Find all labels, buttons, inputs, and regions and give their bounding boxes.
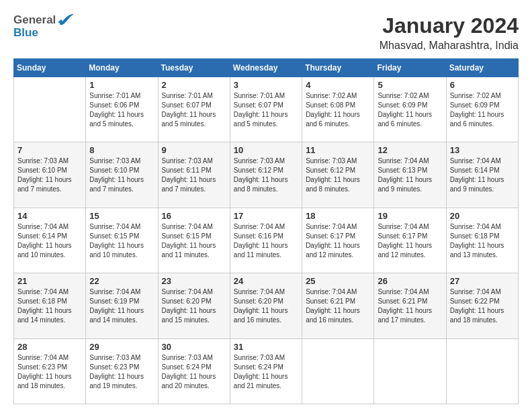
day-info-line: and 16 minutes. bbox=[234, 316, 281, 324]
day-info-line: Sunrise: 7:03 AM bbox=[234, 354, 285, 361]
day-number: 1 bbox=[89, 80, 154, 90]
day-info-line: and 19 minutes. bbox=[89, 382, 137, 390]
day-info-line: Sunset: 6:07 PM bbox=[162, 101, 212, 109]
day-number: 5 bbox=[378, 80, 442, 90]
day-info-line: Sunset: 6:14 PM bbox=[17, 232, 67, 240]
calendar-cell: 16Sunrise: 7:04 AMSunset: 6:15 PMDayligh… bbox=[158, 208, 230, 273]
day-info-line: Daylight: 11 hours bbox=[378, 111, 432, 118]
day-number: 7 bbox=[17, 145, 82, 155]
day-info-line: Sunset: 6:23 PM bbox=[17, 363, 67, 371]
day-info-line: Daylight: 11 hours bbox=[162, 242, 216, 249]
day-info: Sunrise: 7:03 AMSunset: 6:12 PMDaylight:… bbox=[306, 156, 370, 194]
day-info-line: and 6 minutes. bbox=[306, 120, 350, 128]
day-info-line: Daylight: 11 hours bbox=[450, 111, 504, 118]
calendar-cell: 21Sunrise: 7:04 AMSunset: 6:18 PMDayligh… bbox=[14, 273, 86, 338]
logo-blue-text: Blue bbox=[13, 27, 38, 38]
day-info-line: and 12 minutes. bbox=[306, 251, 353, 259]
calendar-cell: 1Sunrise: 7:01 AMSunset: 6:06 PMDaylight… bbox=[86, 77, 158, 142]
day-info-line: Sunset: 6:06 PM bbox=[89, 101, 139, 109]
day-info: Sunrise: 7:04 AMSunset: 6:20 PMDaylight:… bbox=[162, 287, 226, 325]
header-sunday: Sunday bbox=[14, 59, 86, 77]
day-info-line: Sunrise: 7:03 AM bbox=[162, 354, 213, 361]
day-info-line: and 15 minutes. bbox=[162, 316, 210, 324]
day-info-line: Sunset: 6:10 PM bbox=[17, 167, 67, 174]
day-number: 25 bbox=[306, 276, 370, 286]
day-info: Sunrise: 7:02 AMSunset: 6:09 PMDaylight:… bbox=[450, 91, 515, 129]
day-info-line: Sunrise: 7:03 AM bbox=[234, 157, 285, 165]
day-info-line: Sunrise: 7:04 AM bbox=[162, 223, 213, 230]
calendar-cell bbox=[302, 338, 374, 404]
calendar-cell: 28Sunrise: 7:04 AMSunset: 6:23 PMDayligh… bbox=[14, 338, 86, 404]
calendar-cell: 22Sunrise: 7:04 AMSunset: 6:19 PMDayligh… bbox=[86, 273, 158, 338]
day-info-line: Daylight: 11 hours bbox=[17, 242, 72, 249]
day-info-line: and 8 minutes. bbox=[306, 185, 350, 193]
day-number: 15 bbox=[89, 211, 154, 221]
day-info-line: Sunrise: 7:04 AM bbox=[450, 288, 501, 295]
day-info-line: and 13 minutes. bbox=[450, 251, 498, 259]
day-info: Sunrise: 7:04 AMSunset: 6:17 PMDaylight:… bbox=[306, 222, 370, 260]
day-info-line: Sunset: 6:21 PM bbox=[378, 298, 427, 305]
day-info: Sunrise: 7:04 AMSunset: 6:21 PMDaylight:… bbox=[306, 287, 370, 325]
day-info-line: Sunset: 6:17 PM bbox=[378, 232, 427, 240]
day-info-line: Sunrise: 7:02 AM bbox=[378, 92, 429, 99]
day-info-line: Daylight: 11 hours bbox=[306, 176, 360, 183]
weekday-header-row: Sunday Monday Tuesday Wednesday Thursday… bbox=[14, 59, 519, 77]
day-info-line: Daylight: 11 hours bbox=[17, 307, 72, 314]
day-info-line: Sunrise: 7:03 AM bbox=[162, 157, 213, 165]
day-info-line: Sunset: 6:23 PM bbox=[89, 363, 139, 371]
day-info: Sunrise: 7:02 AMSunset: 6:09 PMDaylight:… bbox=[378, 91, 442, 129]
day-info: Sunrise: 7:04 AMSunset: 6:20 PMDaylight:… bbox=[234, 287, 298, 325]
day-info: Sunrise: 7:03 AMSunset: 6:11 PMDaylight:… bbox=[162, 156, 226, 194]
day-info-line: Sunset: 6:14 PM bbox=[450, 167, 500, 174]
day-number: 4 bbox=[306, 80, 370, 90]
title-section: January 2024 Mhasvad, Maharashtra, India bbox=[380, 13, 519, 52]
calendar-cell: 13Sunrise: 7:04 AMSunset: 6:14 PMDayligh… bbox=[446, 142, 518, 208]
calendar-cell: 25Sunrise: 7:04 AMSunset: 6:21 PMDayligh… bbox=[302, 273, 374, 338]
day-info-line: Daylight: 11 hours bbox=[234, 307, 288, 314]
day-info: Sunrise: 7:04 AMSunset: 6:21 PMDaylight:… bbox=[378, 287, 442, 325]
calendar-cell: 2Sunrise: 7:01 AMSunset: 6:07 PMDaylight… bbox=[158, 77, 230, 142]
day-info-line: Sunrise: 7:04 AM bbox=[89, 288, 140, 295]
calendar-cell: 24Sunrise: 7:04 AMSunset: 6:20 PMDayligh… bbox=[230, 273, 302, 338]
day-info-line: Daylight: 11 hours bbox=[450, 307, 504, 314]
day-info-line: Sunrise: 7:04 AM bbox=[234, 223, 285, 230]
day-number: 12 bbox=[378, 145, 442, 155]
day-info-line: Daylight: 11 hours bbox=[234, 176, 288, 183]
day-info-line: Sunrise: 7:01 AM bbox=[89, 92, 140, 99]
header-tuesday: Tuesday bbox=[158, 59, 230, 77]
day-info: Sunrise: 7:04 AMSunset: 6:14 PMDaylight:… bbox=[450, 156, 515, 194]
day-info-line: and 6 minutes. bbox=[378, 120, 422, 128]
calendar-cell: 14Sunrise: 7:04 AMSunset: 6:14 PMDayligh… bbox=[14, 208, 86, 273]
calendar-cell: 6Sunrise: 7:02 AMSunset: 6:09 PMDaylight… bbox=[446, 77, 518, 142]
day-info-line: Sunrise: 7:03 AM bbox=[306, 157, 357, 165]
day-info: Sunrise: 7:03 AMSunset: 6:23 PMDaylight:… bbox=[89, 353, 154, 391]
day-info-line: Daylight: 11 hours bbox=[306, 111, 360, 118]
day-info-line: Sunrise: 7:02 AM bbox=[306, 92, 357, 99]
day-number: 16 bbox=[162, 211, 226, 221]
calendar-cell: 10Sunrise: 7:03 AMSunset: 6:12 PMDayligh… bbox=[230, 142, 302, 208]
day-info-line: Sunset: 6:19 PM bbox=[89, 298, 139, 305]
day-info: Sunrise: 7:03 AMSunset: 6:24 PMDaylight:… bbox=[162, 353, 226, 391]
calendar-cell: 31Sunrise: 7:03 AMSunset: 6:24 PMDayligh… bbox=[230, 338, 302, 404]
day-info-line: Sunrise: 7:04 AM bbox=[306, 288, 357, 295]
header-friday: Friday bbox=[374, 59, 446, 77]
calendar-table: Sunday Monday Tuesday Wednesday Thursday… bbox=[13, 58, 519, 404]
day-info-line: Daylight: 11 hours bbox=[89, 242, 144, 249]
day-info-line: Daylight: 11 hours bbox=[234, 111, 288, 118]
day-info: Sunrise: 7:01 AMSunset: 6:07 PMDaylight:… bbox=[234, 91, 298, 129]
day-info-line: Daylight: 11 hours bbox=[89, 307, 144, 314]
day-info-line: Sunrise: 7:04 AM bbox=[234, 288, 285, 295]
day-info-line: Sunrise: 7:04 AM bbox=[162, 288, 213, 295]
subtitle: Mhasvad, Maharashtra, India bbox=[380, 40, 519, 52]
day-info-line: Sunrise: 7:03 AM bbox=[89, 354, 140, 361]
day-info-line: Daylight: 11 hours bbox=[162, 307, 216, 314]
day-number: 6 bbox=[450, 80, 515, 90]
day-info-line: and 8 minutes. bbox=[234, 185, 278, 193]
day-info-line: and 5 minutes. bbox=[234, 120, 278, 128]
calendar-cell: 30Sunrise: 7:03 AMSunset: 6:24 PMDayligh… bbox=[158, 338, 230, 404]
day-info-line: Sunset: 6:20 PM bbox=[234, 298, 283, 305]
logo-text: General bbox=[13, 13, 75, 27]
day-info-line: Sunrise: 7:04 AM bbox=[450, 223, 501, 230]
calendar-cell: 20Sunrise: 7:04 AMSunset: 6:18 PMDayligh… bbox=[446, 208, 518, 273]
calendar-cell bbox=[14, 77, 86, 142]
